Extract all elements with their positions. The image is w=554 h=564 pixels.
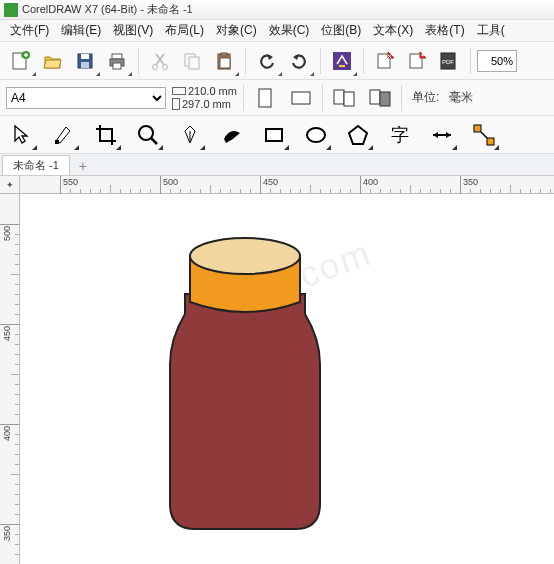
zoom-tool[interactable] [132, 119, 164, 151]
redo-icon [289, 51, 309, 71]
svg-rect-35 [266, 129, 282, 141]
brush-icon [220, 123, 244, 147]
text-tool[interactable]: 字 [384, 119, 416, 151]
polygon-icon [346, 123, 370, 147]
svg-rect-29 [370, 90, 380, 104]
pages-all-icon [332, 87, 356, 109]
svg-rect-8 [113, 63, 121, 69]
app-logo-icon [4, 3, 18, 17]
freehand-tool[interactable] [174, 119, 206, 151]
height-icon [172, 98, 180, 110]
dimension-icon [430, 123, 454, 147]
svg-rect-15 [220, 58, 230, 68]
new-button[interactable] [6, 46, 36, 76]
shape-tool[interactable] [48, 119, 80, 151]
page-width-value: 210.0 mm [188, 85, 237, 97]
zoom-icon [136, 123, 160, 147]
orientation-portrait-button[interactable] [250, 84, 280, 112]
document-tab-strip: 未命名 -1 + [0, 154, 554, 176]
pen-icon [178, 123, 202, 147]
redo-button[interactable] [284, 46, 314, 76]
cut-button[interactable] [145, 46, 175, 76]
save-icon [75, 51, 95, 71]
menu-effects[interactable]: 效果(C) [263, 20, 316, 41]
workspace: ✦ 550500450400350300 500450400350 51zxw.… [0, 176, 554, 564]
canvas[interactable]: 51zxw.com [20, 194, 554, 564]
svg-marker-41 [446, 132, 451, 138]
crop-tool[interactable] [90, 119, 122, 151]
paste-button[interactable] [209, 46, 239, 76]
pick-tool[interactable] [6, 119, 38, 151]
svg-rect-5 [81, 62, 89, 68]
menu-tools[interactable]: 工具( [471, 20, 511, 41]
save-button[interactable] [70, 46, 100, 76]
text-icon: 字 [388, 123, 412, 147]
drawing-bottle[interactable] [20, 194, 554, 564]
page-height-value: 297.0 mm [182, 98, 231, 110]
svg-point-32 [139, 126, 153, 140]
ellipse-icon [304, 123, 328, 147]
ruler-vertical[interactable]: 500450400350 [0, 194, 20, 564]
window-title: CorelDRAW X7 (64-Bit) - 未命名 -1 [22, 2, 193, 17]
paper-size-select[interactable]: A4 [6, 87, 166, 109]
bottle-cap-top[interactable] [190, 238, 300, 274]
add-tab-button[interactable]: + [74, 157, 92, 175]
folder-open-icon [43, 51, 63, 71]
artistic-media-tool[interactable] [216, 119, 248, 151]
print-icon [107, 51, 127, 71]
copy-button[interactable] [177, 46, 207, 76]
shape-edit-icon [52, 123, 76, 147]
import-icon [374, 50, 396, 72]
title-bar: CorelDRAW X7 (64-Bit) - 未命名 -1 [0, 0, 554, 20]
undo-button[interactable] [252, 46, 282, 76]
menu-edit[interactable]: 编辑(E) [55, 20, 107, 41]
import-button[interactable] [370, 46, 400, 76]
svg-rect-25 [259, 89, 271, 107]
bottle-body[interactable] [170, 294, 320, 529]
menu-object[interactable]: 对象(C) [210, 20, 263, 41]
print-button[interactable] [102, 46, 132, 76]
doc-tab[interactable]: 未命名 -1 [2, 155, 70, 175]
svg-rect-12 [189, 57, 199, 69]
zoom-level[interactable]: 50% [477, 50, 517, 72]
publish-pdf-button[interactable]: PDF [434, 46, 464, 76]
svg-rect-27 [334, 90, 344, 104]
svg-marker-40 [433, 132, 438, 138]
open-button[interactable] [38, 46, 68, 76]
ruler-origin[interactable]: ✦ [0, 176, 20, 194]
svg-rect-31 [55, 140, 59, 144]
svg-rect-4 [81, 54, 89, 59]
arrow-icon [10, 123, 34, 147]
menu-view[interactable]: 视图(V) [107, 20, 159, 41]
ellipse-tool[interactable] [300, 119, 332, 151]
svg-rect-26 [292, 92, 310, 104]
menu-layout[interactable]: 布局(L) [159, 20, 210, 41]
launch-button[interactable] [327, 46, 357, 76]
menu-text[interactable]: 文本(X) [367, 20, 419, 41]
svg-marker-16 [267, 54, 273, 60]
svg-point-10 [163, 64, 168, 69]
svg-text:字: 字 [391, 125, 409, 145]
menu-table[interactable]: 表格(T) [419, 20, 470, 41]
svg-rect-42 [474, 125, 481, 132]
current-page-button[interactable] [365, 84, 395, 112]
undo-icon [257, 51, 277, 71]
portrait-icon [256, 87, 274, 109]
cut-icon [150, 51, 170, 71]
rectangle-tool[interactable] [258, 119, 290, 151]
orientation-landscape-button[interactable] [286, 84, 316, 112]
landscape-icon [290, 89, 312, 107]
svg-point-9 [153, 64, 158, 69]
connector-tool[interactable] [468, 119, 500, 151]
property-bar: A4 210.0 mm 297.0 mm 单位: 毫米 [0, 80, 554, 116]
launch-icon [331, 50, 353, 72]
export-button[interactable] [402, 46, 432, 76]
ruler-horizontal[interactable]: 550500450400350300 [20, 176, 554, 194]
menu-bitmap[interactable]: 位图(B) [315, 20, 367, 41]
svg-text:PDF: PDF [442, 59, 454, 65]
svg-point-36 [307, 128, 325, 142]
polygon-tool[interactable] [342, 119, 374, 151]
dimension-tool[interactable] [426, 119, 458, 151]
all-pages-button[interactable] [329, 84, 359, 112]
menu-file[interactable]: 文件(F) [4, 20, 55, 41]
